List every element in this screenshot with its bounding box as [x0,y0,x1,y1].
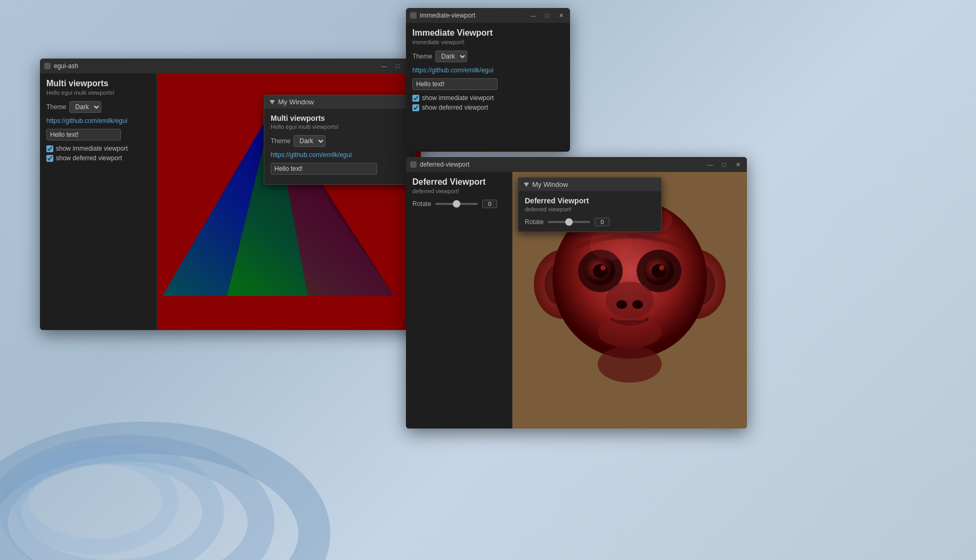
svg-point-29 [598,345,662,383]
egui-ash-inner-hello-input[interactable] [271,163,377,175]
svg-point-21 [659,265,664,270]
svg-point-23 [616,300,627,309]
egui-ash-checkbox-immediate: show immediate viewport [46,145,150,152]
immediate-viewport-icon [410,12,417,19]
immediate-viewport-link[interactable]: https://github.com/emilk/egui [412,67,564,74]
immediate-viewport-theme-label: Theme [412,53,432,60]
deferred-viewport-icon [410,161,417,168]
deferred-viewport-maximize[interactable]: □ [719,160,729,169]
deferred-viewport-inner-panel-subtitle: deferred viewport! [525,206,655,212]
egui-ash-window-icon [44,63,51,69]
egui-ash-inner-theme-select[interactable]: Dark [294,135,326,147]
egui-ash-inner-titlebar: My Window [264,95,415,109]
egui-ash-viewport: My Window Multi viewports Hello egui mul… [157,73,421,330]
egui-ash-panel-subtitle: Hello egui multi viewports! [46,89,150,96]
immediate-viewport-panel-subtitle: immediate viewport! [412,39,564,45]
deferred-viewport-close[interactable]: ✕ [733,160,743,169]
deferred-viewport-rotate-value: 0 [482,200,497,208]
egui-ash-panel-title: Multi viewports [46,79,150,88]
egui-ash-window: egui-ash — □ ✕ Multi viewports Hello egu… [40,59,421,330]
immediate-viewport-checkbox-deferred-label: show deferred viewport [422,104,488,111]
deferred-viewport-inner-rotate-slider[interactable] [548,221,590,223]
svg-point-17 [600,265,606,270]
egui-ash-inner-triangle-icon [270,100,275,104]
deferred-viewport-panel-subtitle: deferred viewport! [412,188,506,194]
egui-ash-inner-theme-label: Theme [271,137,290,145]
svg-point-30 [590,228,632,260]
immediate-viewport-maximize[interactable]: □ [542,11,552,20]
egui-ash-inner-link[interactable]: https://github.com/emilk/egui [271,151,409,159]
immediate-viewport-checkbox-deferred: show deferred viewport [412,104,564,111]
svg-point-22 [606,282,654,319]
deferred-viewport-minimize[interactable]: — [705,160,715,169]
immediate-viewport-checkbox-immediate-label: show immediate viewport [422,94,494,102]
deferred-viewport-controls: — □ ✕ [705,160,743,169]
immediate-viewport-controls: — □ ✕ [528,11,566,20]
immediate-viewport-minimize[interactable]: — [528,11,538,20]
egui-ash-title: egui-ash [54,62,376,70]
immediate-viewport-theme-select[interactable]: Dark [435,51,467,62]
egui-ash-inner-panel-title: Multi viewports [271,114,409,122]
immediate-viewport-checkbox-deferred-input[interactable] [412,104,419,111]
deferred-viewport-inner-rotate-row: Rotate 0 [525,218,655,226]
immediate-viewport-content: Immediate Viewport immediate viewport! T… [406,23,570,119]
egui-ash-checkbox-deferred-label: show deferred viewport [56,154,122,162]
egui-ash-theme-label: Theme [46,103,66,111]
deferred-viewport-inner-title: My Window [532,180,568,188]
egui-ash-inner-content: Multi viewports Hello egui multi viewpor… [264,109,415,184]
egui-ash-inner-window: My Window Multi viewports Hello egui mul… [264,95,416,185]
deferred-viewport-inner-content: Deferred Viewport deferred viewport! Rot… [518,191,661,232]
immediate-viewport-checkbox-immediate-input[interactable] [412,95,419,102]
egui-ash-theme-select[interactable]: Dark [69,101,101,113]
svg-point-16 [593,264,608,278]
deferred-viewport-rotate-label: Rotate [412,200,431,208]
egui-ash-checkbox-immediate-label: show immediate viewport [56,145,128,152]
deferred-viewport-panel-title: Deferred Viewport [412,177,506,187]
egui-ash-minimize-button[interactable]: — [379,61,389,71]
egui-ash-inner-panel-subtitle: Hello egui multi viewports! [271,123,409,130]
immediate-viewport-panel-title: Immediate Viewport [412,28,564,38]
deferred-viewport-inner-rotate-value: 0 [595,218,609,226]
egui-ash-checkbox-immediate-input[interactable] [46,145,53,152]
egui-ash-inner-title: My Window [278,98,314,106]
deferred-viewport-inner-window: My Window Deferred Viewport deferred vie… [518,177,662,232]
deferred-viewport-window: deferred-viewport — □ ✕ Deferred Viewpor… [406,157,747,429]
egui-ash-link[interactable]: https://github.com/emilk/egui [46,117,150,125]
deferred-viewport-inner-rotate-label: Rotate [525,218,543,226]
egui-ash-maximize-button[interactable]: □ [393,61,403,71]
deferred-viewport-title: deferred-viewport [420,161,702,168]
egui-ash-checkbox-deferred-input[interactable] [46,155,53,162]
deferred-viewport-titlebar: deferred-viewport — □ ✕ [406,157,747,172]
deferred-viewport-rotate-slider[interactable] [435,203,478,205]
immediate-viewport-window: immediate-viewport — □ ✕ Immediate Viewp… [406,8,570,152]
svg-point-3 [21,456,170,547]
svg-point-20 [652,264,666,278]
immediate-viewport-titlebar: immediate-viewport — □ ✕ [406,8,570,23]
deferred-viewport-inner-titlebar: My Window [518,178,661,191]
immediate-viewport-checkbox-immediate: show immediate viewport [412,94,564,102]
immediate-viewport-title: immediate-viewport [420,12,525,19]
deferred-viewport-inner-triangle-icon [524,183,529,187]
immediate-viewport-hello-input[interactable] [412,78,498,90]
svg-point-25 [598,316,662,348]
svg-point-24 [632,300,643,309]
egui-ash-hello-input[interactable] [46,129,121,141]
egui-ash-titlebar: egui-ash — □ ✕ [40,59,421,73]
immediate-viewport-close[interactable]: ✕ [556,11,566,20]
deferred-viewport-inner-panel-title: Deferred Viewport [525,196,655,205]
egui-ash-checkbox-deferred: show deferred viewport [46,154,150,162]
deferred-viewport-canvas: My Window Deferred Viewport deferred vie… [513,172,747,429]
deferred-viewport-panel: Deferred Viewport deferred viewport! Rot… [406,172,513,429]
deferred-viewport-rotate-row: Rotate 0 [412,200,506,208]
egui-ash-panel: Multi viewports Hello egui multi viewpor… [40,73,157,330]
